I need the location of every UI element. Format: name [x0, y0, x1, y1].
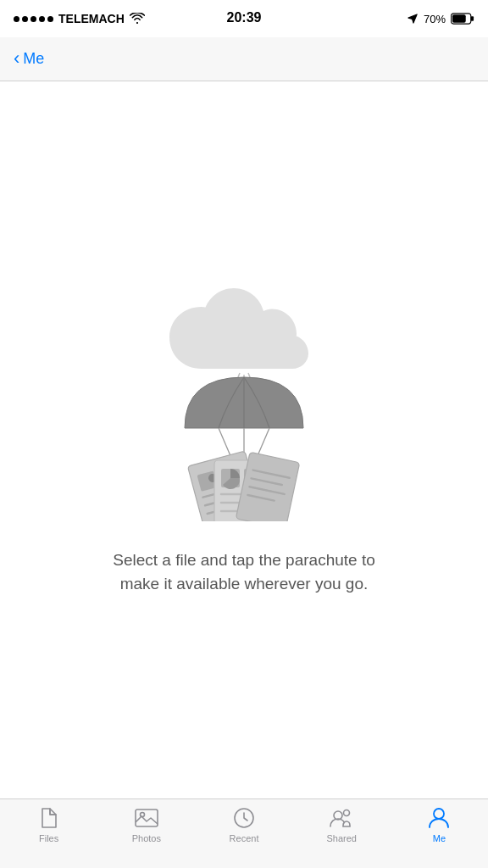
photos-icon	[135, 806, 158, 830]
tab-files[interactable]: Files	[0, 806, 97, 843]
me-icon	[427, 806, 451, 830]
svg-rect-2	[452, 14, 466, 22]
location-icon	[408, 14, 419, 25]
status-left: TELEMACH	[14, 12, 145, 25]
svg-rect-1	[471, 16, 474, 21]
tab-recent-label: Recent	[230, 833, 259, 843]
svg-line-8	[257, 428, 269, 458]
dot-5	[47, 16, 53, 22]
back-chevron-icon: ‹	[14, 49, 19, 68]
shared-icon	[330, 806, 353, 830]
battery-icon	[451, 13, 474, 25]
tab-shared[interactable]: Shared	[293, 806, 391, 843]
svg-point-28	[140, 813, 144, 817]
nav-bar: ‹ Me	[0, 37, 488, 81]
battery-percentage: 70%	[424, 13, 446, 25]
wifi-icon	[130, 13, 145, 25]
back-label: Me	[23, 50, 44, 68]
tab-recent[interactable]: Recent	[195, 806, 292, 843]
svg-line-6	[219, 428, 231, 458]
tab-me[interactable]: Me	[391, 806, 488, 843]
svg-point-31	[344, 810, 350, 816]
illustration	[142, 284, 346, 521]
back-button[interactable]: ‹ Me	[14, 50, 44, 68]
dot-3	[30, 16, 36, 22]
parachute-illustration	[151, 360, 337, 521]
tab-files-label: Files	[39, 833, 58, 843]
dot-1	[14, 16, 19, 22]
signal-dots	[14, 16, 53, 22]
status-time: 20:39	[227, 10, 262, 25]
dot-4	[39, 16, 45, 22]
tab-shared-label: Shared	[326, 833, 356, 843]
status-bar: TELEMACH 20:39 70%	[0, 0, 488, 37]
tab-bar: Files Photos Recent	[0, 798, 488, 868]
files-icon	[37, 806, 61, 830]
main-content: Select a file and tap the parachute to m…	[0, 81, 488, 798]
recent-icon	[232, 806, 256, 830]
tab-photos-label: Photos	[132, 833, 161, 843]
tab-photos[interactable]: Photos	[97, 806, 195, 843]
carrier-label: TELEMACH	[58, 12, 125, 25]
tab-me-label: Me	[433, 833, 446, 843]
dot-2	[22, 16, 28, 22]
empty-state-text: Select a file and tap the parachute to m…	[100, 548, 388, 595]
status-right: 70%	[408, 13, 474, 25]
svg-point-32	[434, 809, 444, 819]
